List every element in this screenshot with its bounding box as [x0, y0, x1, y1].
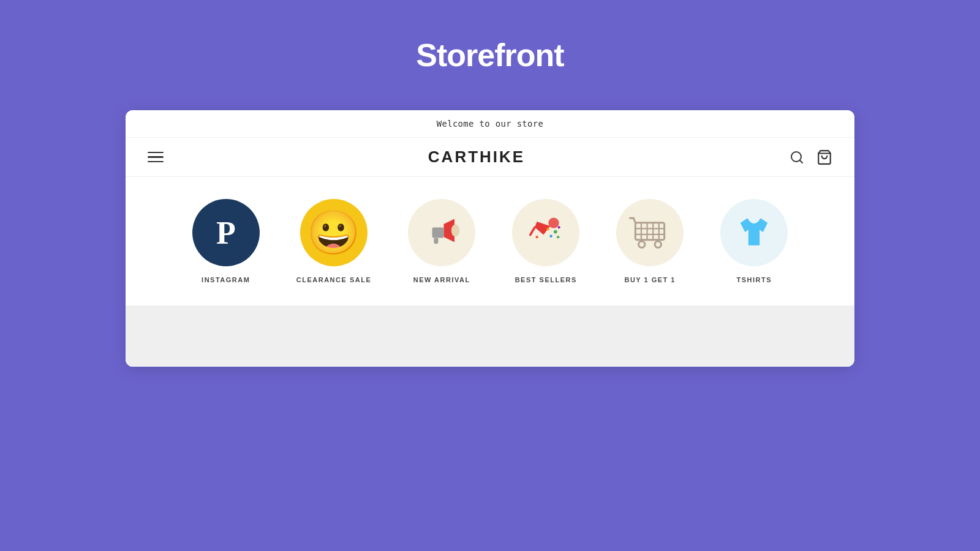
megaphone-icon	[420, 211, 463, 254]
instagram-icon-circle: P	[192, 199, 260, 266]
search-icon	[790, 150, 804, 165]
bestsellers-icon	[524, 211, 568, 255]
svg-point-9	[550, 235, 552, 238]
svg-rect-4	[434, 238, 439, 244]
svg-point-5	[451, 225, 459, 237]
svg-point-12	[536, 236, 538, 238]
category-clearance-sale[interactable]: 😀 CLEARANCE SALE	[296, 199, 371, 283]
svg-point-8	[558, 226, 560, 228]
instagram-p-letter: P	[216, 215, 236, 251]
svg-point-10	[547, 228, 549, 230]
storefront-container: Welcome to our store CARTHIKE	[126, 110, 854, 367]
cart-button[interactable]	[816, 149, 832, 165]
category-instagram[interactable]: P INSTAGRAM	[192, 199, 260, 283]
nav-icons	[790, 149, 832, 165]
svg-point-11	[557, 236, 559, 238]
brand-name: CARTHIKE	[428, 148, 525, 167]
category-buy1get1[interactable]: BUY 1 GET 1	[616, 199, 684, 283]
svg-point-22	[655, 241, 661, 247]
smiley-emoji-icon: 😀	[307, 211, 360, 254]
svg-point-7	[554, 230, 557, 234]
shopping-bag-icon	[816, 149, 832, 165]
instagram-label: INSTAGRAM	[202, 276, 250, 283]
hamburger-menu-button[interactable]	[148, 152, 164, 163]
svg-rect-14	[636, 223, 665, 240]
megaphone-icon-circle	[408, 199, 475, 266]
nav-bar: CARTHIKE	[126, 138, 854, 177]
shopping-cart-icon	[627, 210, 673, 255]
category-new-arrival[interactable]: NEW ARRIVAL	[408, 199, 475, 283]
footer-gray-area	[126, 305, 854, 367]
svg-line-1	[800, 160, 802, 162]
categories-section: P INSTAGRAM 😀 CLEARANCE SALE	[126, 177, 854, 305]
welcome-bar: Welcome to our store	[126, 110, 854, 138]
tshirts-label: TSHIRTS	[736, 276, 772, 283]
category-tshirts[interactable]: TSHIRTS	[720, 199, 788, 283]
best-sellers-label: BEST SELLERS	[515, 276, 577, 283]
tshirt-icon-circle	[720, 199, 788, 266]
search-button[interactable]	[790, 150, 804, 165]
svg-point-21	[639, 241, 645, 247]
new-arrival-label: NEW ARRIVAL	[413, 276, 470, 283]
buy1get1-label: BUY 1 GET 1	[624, 276, 676, 283]
bestseller-icon-circle	[512, 199, 579, 266]
svg-point-6	[549, 218, 559, 228]
smiley-icon-circle: 😀	[300, 199, 368, 266]
tshirt-icon	[732, 211, 776, 255]
clearance-sale-label: CLEARANCE SALE	[296, 276, 371, 283]
page-title: Storefront	[416, 37, 564, 73]
category-best-sellers[interactable]: BEST SELLERS	[512, 199, 579, 283]
svg-rect-3	[432, 228, 444, 238]
cart-icon-circle	[616, 199, 684, 266]
svg-line-13	[530, 227, 535, 234]
